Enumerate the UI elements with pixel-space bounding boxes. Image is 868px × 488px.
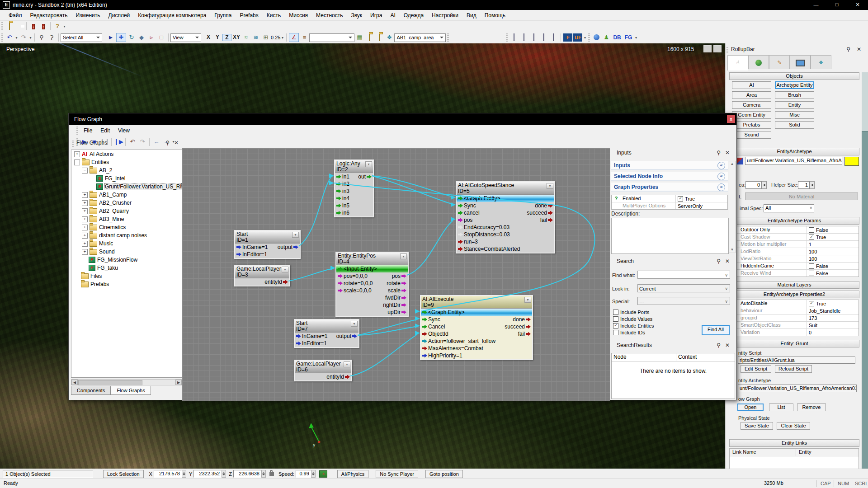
flowgraph-open-button[interactable]: FG xyxy=(623,34,634,41)
export-icon[interactable]: ↓ xyxy=(29,22,38,30)
port-in-icon[interactable] xyxy=(236,245,241,249)
port-out-icon[interactable] xyxy=(352,334,357,338)
import-icon[interactable]: ↑ xyxy=(39,22,48,30)
helper-size-spinner[interactable] xyxy=(810,181,815,189)
axis-button-x[interactable]: X xyxy=(204,34,212,41)
edit-script-button[interactable]: Edit Script xyxy=(741,365,771,373)
tab-components[interactable]: Components xyxy=(71,386,111,395)
property-value[interactable]: 100 xyxy=(807,248,859,255)
node-dropdown-icon[interactable]: ▼ xyxy=(547,183,553,189)
node-dropdown-icon[interactable]: ▼ xyxy=(524,297,531,303)
port-out-icon[interactable] xyxy=(345,375,350,379)
remove-graph-button[interactable]: Remove xyxy=(797,404,826,411)
section-graph-properties[interactable]: Graph Properties« xyxy=(611,183,728,192)
port-out-icon[interactable] xyxy=(401,303,406,307)
redo-dropdown-icon[interactable]: ▾ xyxy=(28,36,33,40)
viewport-mode-label[interactable]: Perspective xyxy=(6,46,35,52)
tree-item-ab2-quarry[interactable]: +AB2_Quarry xyxy=(71,207,182,215)
find-what-combo[interactable] xyxy=(637,271,730,279)
node-dropdown-icon[interactable]: ▼ xyxy=(344,361,350,367)
tree-item-music[interactable]: +Music xyxy=(71,239,182,248)
lock-axes-icon[interactable] xyxy=(269,472,274,476)
node-aiexecute-9[interactable]: AI:AIExecuteID=9▼<Graph Entity>SyncdoneC… xyxy=(420,295,533,360)
entity-grunt-header[interactable]: Entity: Grunt xyxy=(729,340,859,347)
angle-snap-icon[interactable]: ∠ xyxy=(289,33,299,42)
rotate-tool-icon[interactable]: ↻ xyxy=(127,33,136,42)
y-coordinate-field[interactable]: 2322.352 xyxy=(193,470,222,478)
database-view-button[interactable]: DB xyxy=(611,34,623,41)
load-selection-icon[interactable] xyxy=(375,33,384,42)
tree-expand-icon[interactable]: + xyxy=(82,241,88,247)
tab-modelling[interactable]: ✎ xyxy=(769,55,790,69)
port-out-icon[interactable] xyxy=(401,289,406,293)
reload-script-button[interactable]: Reload Script xyxy=(775,365,812,373)
save-icon[interactable] xyxy=(15,22,24,30)
freeze-grid-icon[interactable] xyxy=(529,33,538,42)
color-swatch[interactable] xyxy=(844,157,859,166)
z-spinner[interactable] xyxy=(261,470,266,478)
collapse-icon[interactable]: « xyxy=(717,183,725,191)
port-out-icon[interactable] xyxy=(526,325,531,329)
select-mode-combo[interactable]: Select All xyxy=(61,33,102,42)
tab-display[interactable] xyxy=(790,55,811,69)
port-in-icon[interactable] xyxy=(422,339,427,343)
tab-layers[interactable]: ❖ xyxy=(811,55,831,69)
port-in-icon[interactable] xyxy=(338,289,343,293)
objects-section-header[interactable]: Objects xyxy=(729,72,859,80)
object-button-misc[interactable]: Misc xyxy=(775,111,814,119)
results-pin-icon[interactable]: ⚲ xyxy=(717,342,721,348)
tab-flow-graphs[interactable]: Flow Graphs xyxy=(111,386,151,395)
tree-expand-icon[interactable]: + xyxy=(82,192,88,198)
checkbox-icon[interactable] xyxy=(613,330,618,335)
menu-item-8[interactable]: Миссия xyxy=(285,11,312,19)
select-cursor-icon[interactable]: ► xyxy=(106,33,115,42)
flow-graph-close-icon[interactable]: x xyxy=(727,115,735,123)
port-in-icon[interactable] xyxy=(458,211,463,215)
port-in-icon[interactable] xyxy=(458,247,463,251)
area-spinner[interactable] xyxy=(762,181,767,189)
node-localplayer-3[interactable]: Game:LocalPlayerID=3▼entityId xyxy=(234,265,290,286)
x-spinner[interactable] xyxy=(182,470,186,478)
tree-expand-icon[interactable]: − xyxy=(82,168,88,174)
node-dropdown-icon[interactable]: ▼ xyxy=(365,161,372,167)
search-pin-icon[interactable]: ⚲ xyxy=(717,258,721,264)
viewport-ratio-icon[interactable] xyxy=(703,45,712,52)
flow-graph-title-bar[interactable]: Flow Graph xyxy=(69,113,736,125)
terrain-snap-icon[interactable]: ≋ xyxy=(251,33,260,42)
port-in-icon[interactable] xyxy=(458,233,463,237)
section-inputs[interactable]: Inputs« xyxy=(611,161,728,170)
object-button-solid[interactable]: Solid xyxy=(775,121,814,129)
x-coordinate-field[interactable]: 2179.578 xyxy=(154,470,182,478)
maximize-button[interactable]: □ xyxy=(826,0,847,10)
property-value[interactable]: Suit xyxy=(807,322,859,328)
port-in-icon[interactable] xyxy=(336,211,341,215)
z-coordinate-field[interactable]: 226.6638 xyxy=(233,470,261,478)
close-panel-icon[interactable]: ✕ xyxy=(857,46,861,52)
terrain-follow-icon[interactable]: ≈ xyxy=(241,33,250,42)
select-object-icon[interactable]: ▹ xyxy=(147,33,156,42)
material-layers-header[interactable]: Material Layers xyxy=(729,281,859,289)
tree-item-ab1-camp[interactable]: +AB1_Camp xyxy=(71,191,182,199)
fg-menu-item-2[interactable]: View xyxy=(114,127,134,135)
search-option-include-values[interactable]: Include Values xyxy=(613,316,652,322)
menu-item-4[interactable]: Конфигурация компьютера xyxy=(134,11,210,19)
terrain-align-icon[interactable] xyxy=(549,33,558,42)
help-icon[interactable]: ? xyxy=(53,22,62,30)
checkbox-icon[interactable]: ✓ xyxy=(613,323,618,328)
collapse-icon[interactable]: « xyxy=(717,162,725,169)
params-section-header[interactable]: EntityArchetype Params xyxy=(729,217,859,225)
port-out-icon[interactable] xyxy=(548,204,553,208)
property-value[interactable]: False xyxy=(807,226,859,233)
port-in-icon[interactable] xyxy=(422,354,427,358)
tree-close-icon[interactable]: ✕ xyxy=(174,140,179,146)
search-close-icon[interactable]: ✕ xyxy=(725,258,730,264)
special-combo[interactable]: --- xyxy=(637,297,730,305)
port-in-icon[interactable] xyxy=(336,182,341,186)
property-value[interactable]: ✓True xyxy=(807,300,859,307)
object-button-camera[interactable]: Camera xyxy=(732,101,771,109)
tree-item-distant-camp-noises[interactable]: +distant camp noises xyxy=(71,231,182,239)
minimize-button[interactable]: — xyxy=(806,0,826,10)
tree-expand-icon[interactable]: + xyxy=(82,216,88,222)
find-all-button[interactable]: Find All xyxy=(702,325,730,335)
scroll-right-icon[interactable]: ▶ xyxy=(175,380,182,385)
